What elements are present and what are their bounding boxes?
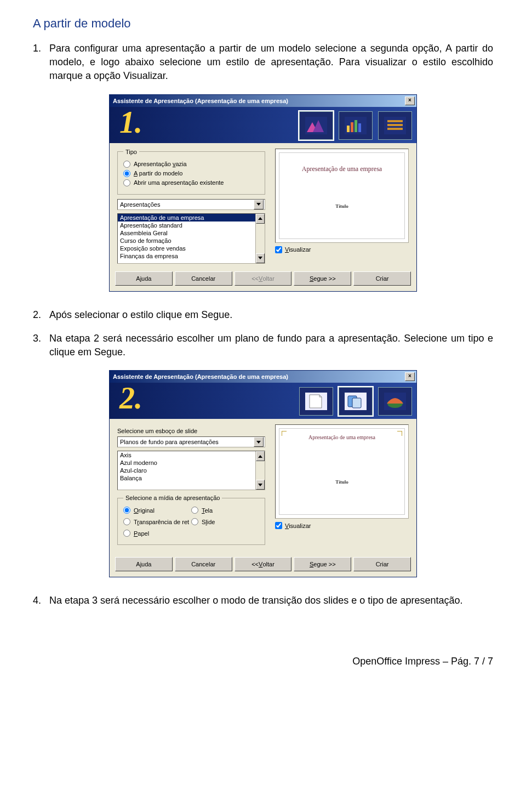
radio-empty[interactable]: Apresentação vazia bbox=[123, 161, 259, 168]
template-list-item[interactable]: Apresentação de uma empresa bbox=[118, 214, 265, 222]
svg-rect-5 bbox=[351, 122, 353, 132]
media-transp[interactable]: Transparência de ret bbox=[123, 518, 191, 525]
media-original[interactable]: Original bbox=[123, 507, 191, 514]
banner-thumb-1 bbox=[299, 111, 333, 140]
esboco-label: Selecione um esboço de slide bbox=[117, 428, 265, 434]
next-button[interactable]: Segue >> bbox=[294, 271, 351, 286]
svg-rect-9 bbox=[387, 120, 403, 122]
bg-list-item[interactable]: Balança bbox=[118, 474, 265, 482]
dialog1-title: Assistente de Apresentação (Apresentação… bbox=[113, 98, 288, 104]
preview-subtitle: Título bbox=[279, 203, 404, 209]
preview2-subtitle: Título bbox=[279, 479, 404, 485]
step-4-num: 4. bbox=[33, 594, 49, 607]
type-legend: Tipo bbox=[123, 149, 139, 155]
template-list-item[interactable]: Exposição sobre vendas bbox=[118, 245, 265, 252]
template-list-item[interactable]: Curso de formação bbox=[118, 237, 265, 245]
category-select[interactable]: Apresentações bbox=[117, 199, 265, 210]
help-button[interactable]: Ajuda bbox=[115, 271, 173, 286]
step-1-text: Para configurar uma apresentação a parti… bbox=[49, 42, 493, 83]
dialog1-close-button[interactable]: × bbox=[405, 96, 415, 105]
bg-category-select-value: Planos de fundo para apresentações bbox=[120, 439, 219, 445]
radio-from-template[interactable]: A partir do modelo bbox=[123, 170, 259, 177]
cancel-button[interactable]: Cancelar bbox=[175, 271, 232, 286]
banner-thumb-b bbox=[339, 387, 373, 416]
visualizar2-checkbox[interactable]: Visualizar bbox=[275, 522, 409, 529]
template-list-item[interactable]: Apresentação standard bbox=[118, 222, 265, 229]
banner-thumb-a bbox=[299, 387, 333, 416]
preview-box: Apresentação de uma empresa Título bbox=[275, 149, 409, 243]
media-tela[interactable]: Tela bbox=[191, 507, 259, 514]
visualizar-checkbox[interactable]: Visualizar bbox=[275, 246, 409, 253]
banner-thumb-c bbox=[378, 387, 412, 416]
create-button-2[interactable]: Criar bbox=[353, 557, 411, 571]
media-legend: Selecione a mídia de apresentação bbox=[123, 495, 222, 501]
list-scrollbar[interactable] bbox=[255, 214, 265, 263]
media-papel[interactable]: Papel bbox=[123, 530, 191, 537]
svg-rect-4 bbox=[347, 126, 350, 132]
bg-category-select[interactable]: Planos de fundo para apresentações bbox=[117, 436, 265, 447]
template-list-item[interactable]: Finanças da empresa bbox=[118, 252, 265, 260]
section-title: A partir de modelo bbox=[33, 16, 493, 31]
dialog1-banner: 1. bbox=[110, 107, 416, 143]
step-2: 2. Após selecionar o estilo clique em Se… bbox=[33, 308, 493, 322]
category-select-value: Apresentações bbox=[120, 201, 160, 208]
preview-box-2: Apresentação de uma empresa Título bbox=[275, 424, 409, 519]
dialog2-banner: 2. bbox=[110, 383, 416, 419]
dropdown-arrow-icon[interactable] bbox=[254, 437, 264, 447]
bg-list-item[interactable]: Azul moderno bbox=[118, 459, 265, 467]
scroll-up-button[interactable] bbox=[256, 214, 265, 224]
svg-rect-10 bbox=[387, 124, 403, 126]
cancel-button-2[interactable]: Cancelar bbox=[175, 557, 232, 571]
step-4: 4. Na etapa 3 será necessário escolher o… bbox=[33, 594, 493, 607]
preview2-title: Apresentação de uma empresa bbox=[279, 434, 404, 440]
type-groupbox: Tipo Apresentação vazia A partir do mode… bbox=[117, 149, 265, 195]
scroll-down-button[interactable] bbox=[256, 253, 265, 263]
page-footer: OpenOffice Impress – Pág. 7 / 7 bbox=[0, 628, 526, 678]
scroll-down-button[interactable] bbox=[256, 480, 265, 490]
bg-list[interactable]: AxisAzul modernoAzul-claroBalança bbox=[117, 451, 265, 490]
step-3: 3. Na etapa 2 será necessário escolher u… bbox=[33, 332, 493, 359]
step-2-num: 2. bbox=[33, 308, 49, 322]
radio-open-existing[interactable]: Abrir uma apresentação existente bbox=[123, 179, 259, 186]
wizard-dialog-step1: Assistente de Apresentação (Apresentação… bbox=[109, 94, 417, 292]
back-button-2[interactable]: << Voltar bbox=[235, 557, 292, 571]
media-groupbox: Selecione a mídia de apresentação Origin… bbox=[117, 495, 265, 545]
template-list[interactable]: Apresentação de uma empresaApresentação … bbox=[117, 213, 265, 264]
dropdown-arrow-icon[interactable] bbox=[254, 200, 264, 209]
create-button[interactable]: Criar bbox=[353, 271, 411, 286]
template-list-item[interactable]: Assembleia Geral bbox=[118, 229, 265, 237]
back-button: << Voltar bbox=[235, 271, 292, 286]
step-3-text: Na etapa 2 será necessário escolher um p… bbox=[49, 332, 493, 359]
banner-thumb-2 bbox=[339, 111, 373, 140]
scroll-up-button[interactable] bbox=[256, 451, 265, 461]
dialog2-close-button[interactable]: × bbox=[405, 372, 415, 381]
step-1: 1. Para configurar uma apresentação a pa… bbox=[33, 42, 493, 83]
svg-rect-15 bbox=[352, 398, 361, 408]
step-2-text: Após selecionar o estilo clique em Segue… bbox=[49, 308, 493, 322]
dialog1-step-number: 1. bbox=[119, 105, 142, 140]
next-button-2[interactable]: Segue >> bbox=[294, 557, 351, 571]
step-3-num: 3. bbox=[33, 332, 49, 359]
dialog1-titlebar[interactable]: Assistente de Apresentação (Apresentação… bbox=[110, 95, 416, 107]
svg-rect-11 bbox=[387, 128, 403, 130]
bg-list-item[interactable]: Azul-claro bbox=[118, 467, 265, 474]
preview-title: Apresentação de uma empresa bbox=[279, 165, 404, 173]
step-4-text: Na etapa 3 será necessário escolher o mo… bbox=[49, 594, 493, 607]
svg-rect-7 bbox=[358, 123, 361, 132]
banner-thumb-3 bbox=[378, 111, 412, 140]
dialog2-titlebar[interactable]: Assistente de Apresentação (Apresentação… bbox=[110, 371, 416, 383]
media-slide[interactable]: Slide bbox=[191, 518, 259, 525]
bg-list-scrollbar[interactable] bbox=[255, 451, 265, 490]
svg-rect-6 bbox=[355, 120, 357, 132]
bg-list-item[interactable]: Axis bbox=[118, 451, 265, 459]
dialog2-step-number: 2. bbox=[119, 381, 142, 416]
wizard-dialog-step2: Assistente de Apresentação (Apresentação… bbox=[109, 370, 417, 577]
step-1-num: 1. bbox=[33, 42, 49, 83]
help-button-2[interactable]: Ajuda bbox=[115, 557, 173, 571]
dialog2-title: Assistente de Apresentação (Apresentação… bbox=[113, 373, 288, 380]
